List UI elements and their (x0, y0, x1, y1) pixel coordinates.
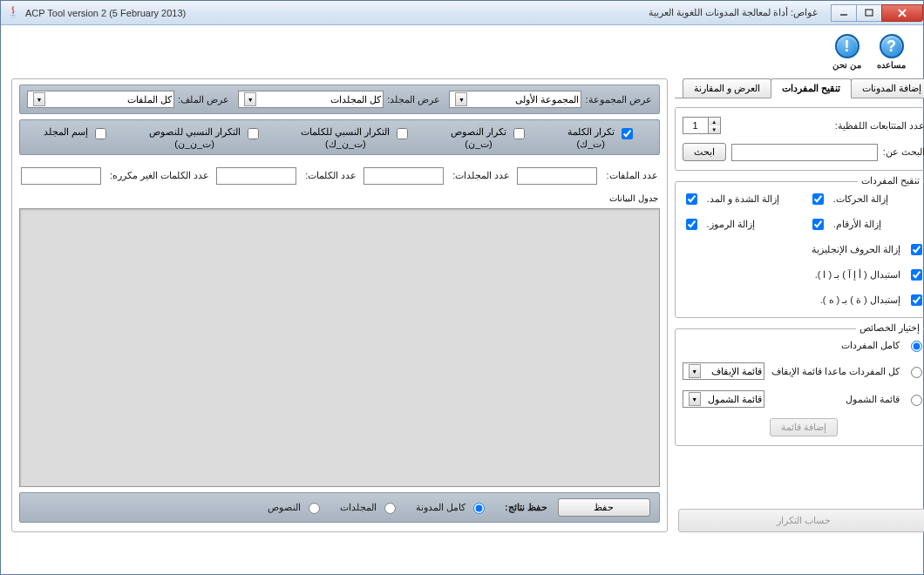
info-icon: ! (835, 34, 859, 58)
add-list-button[interactable]: إضافة قائمة (770, 418, 838, 436)
ngram-stepper[interactable]: ▲ ▼ (683, 117, 721, 134)
chevron-down-icon: ▼ (689, 392, 701, 406)
chk-rumuz-label: إزالة الرموز. (707, 219, 755, 230)
question-icon: ? (880, 34, 904, 58)
chk-replace-alef[interactable] (911, 269, 922, 281)
radio-include-list[interactable] (911, 395, 922, 406)
java-icon (6, 6, 20, 20)
help-label: مساعده (877, 60, 906, 70)
ngram-label: عدد المتتابعات اللفظية: (835, 120, 924, 132)
tabs: إضافة المدونات تنقيح المفردات العرض و ال… (675, 78, 924, 98)
stats-row: عدد الملفات: عدد المجلدات: عدد الكلمات: … (19, 160, 660, 186)
ngram-up-button[interactable]: ▲ (708, 118, 720, 125)
refine-legend: تنقيح المفردات (858, 175, 923, 186)
folder-value: كل المجلدات (330, 94, 381, 105)
chevron-down-icon: ▼ (33, 92, 45, 106)
tab-add-corpus[interactable]: إضافة المدونات (851, 78, 924, 98)
radio-folders-label: المجلدات (340, 502, 377, 513)
radio-all-vocab-label: كامل المفردات (841, 340, 900, 351)
titlebar: ACP Tool version 2 (5 February 2013) غوا… (1, 1, 923, 25)
file-label: عرض الملف: (178, 94, 229, 105)
window-title: ACP Tool version 2 (5 February 2013) (25, 8, 186, 18)
stat-unique-input[interactable] (21, 167, 101, 185)
chk-arqam-label: إزالة الأرقام. (833, 219, 881, 230)
tab-view-compare[interactable]: العرض و المقارنة (683, 78, 771, 98)
column-toggle-band: تكرار الكلمة (ت_ك) تكرار النصوص (ت_ن) ال… (19, 119, 660, 155)
group-value: المجموعة الأولى (515, 94, 579, 105)
chk-rel-word-label: التكرار النسبي للكلمات (ت_ن_ك) (301, 125, 390, 151)
stat-words-label: عدد الكلمات: (305, 170, 357, 181)
view-toolbar: عرض المجموعة: المجموعة الأولى ▼ عرض المج… (19, 85, 660, 114)
chk-folder-name[interactable] (95, 128, 106, 139)
save-results-label: حفظ نتائج: (505, 502, 547, 513)
file-select[interactable]: كل الملفات ▼ (27, 91, 174, 108)
about-button[interactable]: ! من نحن (832, 34, 861, 70)
chk-text-freq[interactable] (513, 128, 525, 139)
calculate-freq-button[interactable]: حساب التكرار (678, 509, 924, 532)
right-pane: إضافة المدونات تنقيح المفردات العرض و ال… (675, 78, 924, 532)
chk-harakat[interactable] (812, 193, 824, 205)
refine-fieldset: تنقيح المفردات إزالة الحركات. إزالة الشد… (675, 181, 924, 318)
radio-include-list-label: قائمة الشمول (846, 394, 900, 405)
chk-replace-ta[interactable] (911, 294, 922, 306)
minimize-button[interactable] (831, 4, 857, 22)
chevron-down-icon: ▼ (689, 364, 701, 378)
help-button[interactable]: ? مساعده (877, 34, 906, 70)
includelist-select[interactable]: قائمة الشمول ▼ (683, 390, 764, 408)
group-select[interactable]: المجموعة الأولى ▼ (449, 91, 581, 108)
search-button[interactable]: ابحث (683, 143, 726, 161)
chk-rumuz[interactable] (686, 219, 697, 230)
chk-rel-word[interactable] (397, 128, 408, 139)
chk-arqam[interactable] (812, 219, 824, 230)
chk-folder-name-label: إسم المجلد (44, 125, 88, 138)
search-input[interactable] (731, 144, 878, 161)
group-label: عرض المجموعة: (585, 94, 651, 105)
chk-rel-text[interactable] (248, 128, 259, 139)
chk-harakat-label: إزالة الحركات. (833, 193, 888, 205)
footer-band: حفظ نتائج: كامل المدونة المجلدات النصوص (19, 492, 660, 523)
ngram-search-panel: عدد المتتابعات اللفظية: ▲ ▼ البحث عن: (675, 107, 924, 171)
chk-english[interactable] (911, 244, 922, 255)
close-button[interactable] (881, 4, 923, 22)
chk-text-freq-label: تكرار النصوص (ت_ن) (451, 125, 506, 151)
radio-folders[interactable] (384, 503, 396, 514)
svg-rect-1 (866, 10, 873, 16)
properties-fieldset: إختيار الخصائص كامل المفردات كل المفردات… (675, 328, 924, 446)
ngram-down-button[interactable]: ▼ (708, 125, 720, 133)
stoplist-value: قائمة الإيقاف (711, 366, 762, 377)
chk-word-freq-label: تكرار الكلمة (ت_ك) (567, 125, 615, 151)
radio-texts[interactable] (309, 503, 320, 514)
chk-shadda[interactable] (686, 193, 697, 205)
about-label: من نحن (832, 60, 861, 70)
radio-full-corpus[interactable] (473, 503, 485, 514)
stat-words-input[interactable] (216, 167, 296, 185)
chk-rel-text-label: التكرار النسبي للنصوص (ت_ن_ن) (149, 125, 241, 151)
radio-all-vocab[interactable] (911, 341, 922, 352)
table-label: جدول البيانات (19, 192, 660, 203)
chk-word-freq[interactable] (622, 128, 633, 139)
data-table[interactable] (19, 208, 660, 487)
chk-replace-alef-label: استبدال ( أ إ آ ) بـ ( ا ). (815, 269, 900, 281)
properties-legend: إختيار الخصائص (856, 322, 923, 334)
stat-files-input[interactable] (517, 167, 597, 185)
window-subtitle: غواص: أداة لمعالجة المدونات اللغوية العر… (649, 7, 821, 18)
radio-except-stoplist[interactable] (911, 367, 922, 378)
stat-files-label: عدد الملفات: (606, 170, 657, 181)
search-label: البحث عن: (883, 146, 924, 158)
stat-folders-label: عدد المجلدات: (452, 170, 510, 181)
chk-shadda-label: إزالة الشدة و المد. (707, 193, 779, 205)
chevron-down-icon: ▼ (455, 92, 467, 106)
folder-label: عرض المجلد: (387, 94, 440, 105)
stoplist-select[interactable]: قائمة الإيقاف ▼ (683, 362, 764, 380)
tab-refine-vocab[interactable]: تنقيح المفردات (771, 78, 852, 98)
left-pane: عرض المجموعة: المجموعة الأولى ▼ عرض المج… (11, 78, 668, 532)
chk-replace-ta-label: إستبدال ( ة ) بـ ( ه ). (820, 294, 900, 306)
radio-except-stoplist-label: كل المفردات ماعدا قائمة الإيقاف (771, 366, 900, 377)
maximize-button[interactable] (856, 4, 882, 22)
stat-folders-input[interactable] (363, 167, 444, 185)
includelist-value: قائمة الشمول (708, 394, 762, 405)
folder-select[interactable]: كل المجلدات ▼ (238, 91, 384, 108)
radio-texts-label: النصوص (268, 502, 301, 513)
save-button[interactable]: حفظ (558, 498, 650, 517)
ngram-value[interactable] (683, 118, 708, 133)
